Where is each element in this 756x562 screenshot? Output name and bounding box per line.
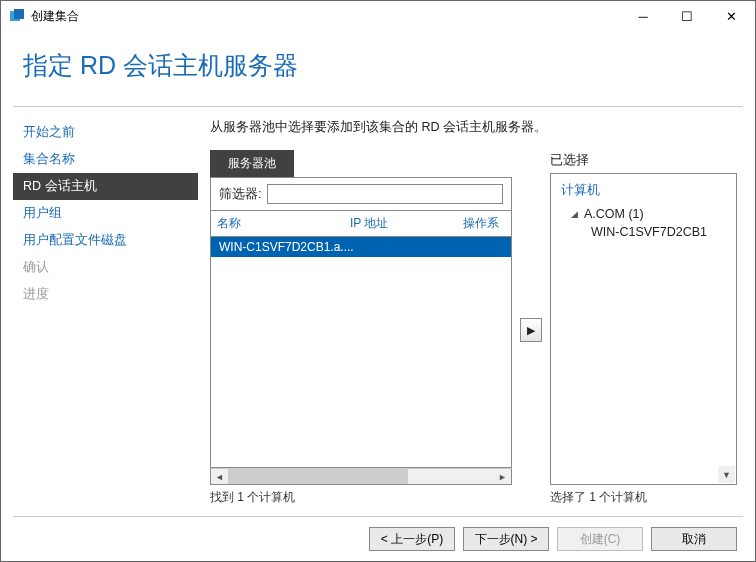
col-ip[interactable]: IP 地址 [344,211,457,236]
window-title: 创建集合 [31,8,79,25]
filter-label: 筛选器: [219,186,261,203]
cancel-button[interactable]: 取消 [651,527,737,551]
svg-rect-1 [14,9,24,19]
instruction-text: 从服务器池中选择要添加到该集合的 RD 会话主机服务器。 [210,119,737,136]
step-confirm: 确认 [13,254,198,281]
col-os[interactable]: 操作系 [457,211,511,236]
selected-panel: 已选择 计算机 A.COM (1) WIN-C1SVF7D2CB1 ▼ 选择了 … [550,150,737,510]
selected-label: 已选择 [550,150,737,173]
step-before-begin[interactable]: 开始之前 [13,119,198,146]
server-pool-row[interactable]: WIN-C1SVF7D2CB1.a.... [211,237,511,257]
server-pool-list-header: 名称 IP 地址 操作系 [210,210,512,236]
step-user-profile-disks[interactable]: 用户配置文件磁盘 [13,227,198,254]
server-pool-list[interactable]: WIN-C1SVF7D2CB1.a.... [210,236,512,468]
scroll-left-icon[interactable]: ◄ [211,469,228,484]
step-user-groups[interactable]: 用户组 [13,200,198,227]
selected-tree-item[interactable]: WIN-C1SVF7D2CB1 [557,223,730,241]
scroll-down-icon[interactable]: ▼ [718,466,735,483]
server-pool-tab[interactable]: 服务器池 [210,150,294,177]
col-name[interactable]: 名称 [211,211,344,236]
previous-button[interactable]: < 上一步(P) [369,527,455,551]
step-rd-session-host[interactable]: RD 会话主机 [13,173,198,200]
wizard-window: 创建集合 ─ ☐ ✕ 指定 RD 会话主机服务器 开始之前 集合名称 RD 会话… [0,0,756,562]
step-collection-name[interactable]: 集合名称 [13,146,198,173]
banner: 指定 RD 会话主机服务器 [13,31,743,107]
next-button[interactable]: 下一步(N) > [463,527,549,551]
maximize-button[interactable]: ☐ [665,2,709,30]
selected-tree[interactable]: 计算机 A.COM (1) WIN-C1SVF7D2CB1 ▼ [550,173,737,485]
scroll-right-icon[interactable]: ► [494,469,511,484]
content-pane: 从服务器池中选择要添加到该集合的 RD 会话主机服务器。 服务器池 筛选器: 名… [198,107,743,516]
titlebar: 创建集合 ─ ☐ ✕ [1,1,755,31]
filter-input[interactable] [267,184,503,204]
step-progress: 进度 [13,281,198,308]
close-button[interactable]: ✕ [709,2,753,30]
wizard-steps-sidebar: 开始之前 集合名称 RD 会话主机 用户组 用户配置文件磁盘 确认 进度 [13,107,198,516]
add-to-selected-button[interactable]: ▶ [520,318,542,342]
create-button: 创建(C) [557,527,643,551]
minimize-button[interactable]: ─ [621,2,665,30]
selected-tree-header: 计算机 [557,180,730,205]
arrow-right-icon: ▶ [527,324,535,337]
selected-tree-group[interactable]: A.COM (1) [557,205,730,223]
app-icon [9,8,25,24]
server-pool-panel: 服务器池 筛选器: 名称 IP 地址 操作系 WIN-C1SVF7D2CB1.a… [210,150,512,510]
selected-status: 选择了 1 个计算机 [550,485,737,510]
server-pool-status: 找到 1 个计算机 [210,485,512,510]
page-heading: 指定 RD 会话主机服务器 [13,31,743,107]
scroll-thumb[interactable] [228,469,408,484]
server-pool-hscrollbar[interactable]: ◄ ► [210,468,512,485]
wizard-footer: < 上一步(P) 下一步(N) > 创建(C) 取消 [13,516,743,561]
